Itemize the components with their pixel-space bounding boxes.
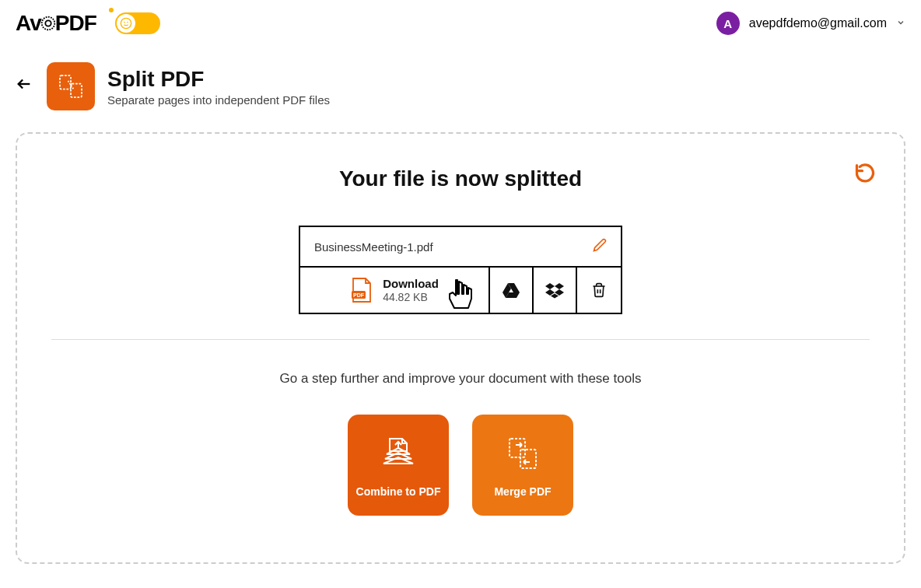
theme-toggle-container	[115, 12, 160, 34]
user-email: avepdfdemo@gmail.com	[749, 16, 887, 30]
app-header: Av PDF	[0, 0, 921, 47]
file-name: BusinessMeeting-1.pdf	[314, 240, 433, 254]
svg-rect-7	[71, 84, 82, 98]
user-menu[interactable]: A avepdfdemo@gmail.com	[716, 12, 905, 35]
page-title: Split PDF	[107, 67, 330, 92]
merge-pdf-tool[interactable]: Merge PDF	[472, 415, 573, 516]
theme-toggle[interactable]	[115, 12, 160, 34]
svg-point-3	[124, 22, 125, 23]
svg-rect-14	[520, 450, 536, 468]
result-card: Your file is now splitted BusinessMeetin…	[16, 132, 905, 564]
undo-button[interactable]	[854, 162, 876, 187]
page-title-text: Split PDF Separate pages into independen…	[107, 67, 330, 107]
tool-label: Merge PDF	[494, 485, 551, 498]
suggested-tools: Combine to PDF Merge PDF	[17, 415, 904, 516]
google-drive-icon	[502, 282, 520, 299]
trash-icon	[591, 282, 607, 299]
svg-rect-6	[60, 75, 71, 89]
tool-label: Combine to PDF	[356, 485, 441, 498]
page-subtitle: Separate pages into independent PDF file…	[107, 93, 330, 107]
dropbox-button[interactable]	[534, 268, 577, 313]
download-label: Download	[383, 277, 439, 291]
result-heading: Your file is now splitted	[17, 166, 904, 191]
toggle-knob	[117, 14, 135, 33]
file-actions-row: PDF Download 44.82 KB	[300, 268, 621, 313]
toggle-indicator-dot	[109, 8, 114, 12]
logo-suffix: PDF	[55, 11, 96, 36]
svg-point-2	[121, 18, 131, 28]
download-text: Download 44.82 KB	[383, 277, 439, 304]
svg-point-4	[127, 22, 128, 23]
svg-point-1	[45, 20, 51, 26]
download-button[interactable]: PDF Download 44.82 KB	[300, 268, 490, 313]
header-left: Av PDF	[16, 11, 160, 36]
svg-text:PDF: PDF	[353, 292, 365, 298]
app-logo[interactable]: Av PDF	[16, 11, 96, 36]
svg-rect-13	[510, 439, 525, 457]
smiley-icon	[120, 17, 132, 30]
gear-icon	[40, 15, 57, 32]
merge-icon	[502, 432, 544, 474]
user-avatar: A	[716, 12, 740, 35]
logo-prefix: Av	[16, 11, 41, 36]
back-button[interactable]	[16, 75, 33, 97]
suggestions-intro: Go a step further and improve your docum…	[17, 371, 904, 387]
combine-icon	[377, 432, 419, 474]
page-title-section: Split PDF Separate pages into independen…	[0, 47, 921, 132]
combine-to-pdf-tool[interactable]: Combine to PDF	[348, 415, 449, 516]
file-name-row: BusinessMeeting-1.pdf	[300, 227, 621, 268]
svg-point-0	[42, 17, 55, 30]
rename-button[interactable]	[593, 238, 607, 255]
dropbox-icon	[545, 282, 564, 299]
file-size: 44.82 KB	[383, 291, 439, 304]
pdf-file-icon: PDF	[350, 277, 373, 303]
split-pdf-tool-icon	[47, 62, 95, 110]
divider	[51, 339, 870, 340]
chevron-down-icon	[896, 16, 905, 30]
file-result-box: BusinessMeeting-1.pdf PDF Do	[299, 226, 622, 314]
google-drive-button[interactable]	[490, 268, 534, 313]
delete-button[interactable]	[577, 268, 621, 313]
